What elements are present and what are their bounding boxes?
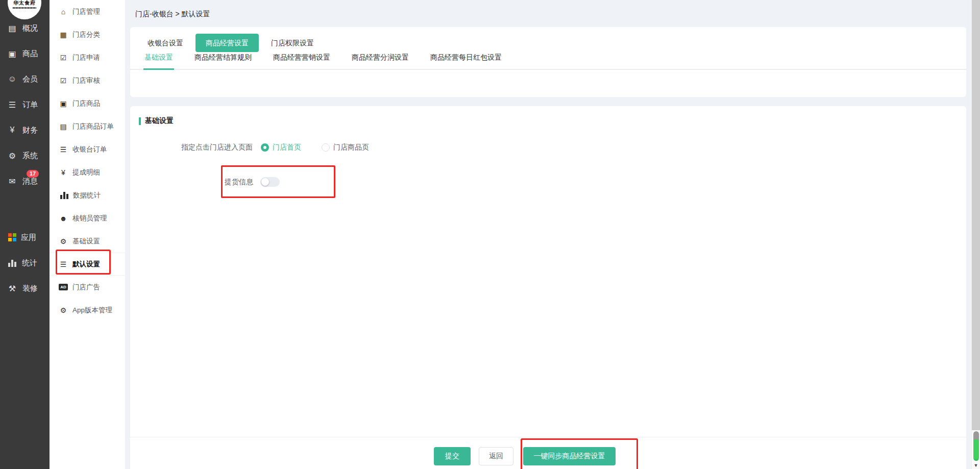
- submenu-item-store-manage[interactable]: ⌂ 门店管理: [50, 0, 125, 23]
- radio-selected-icon[interactable]: [261, 143, 269, 152]
- submenu-item-app-version[interactable]: ⚙ App版本管理: [50, 299, 125, 322]
- main-tabs: 收银台设置 商品经营设置 门店权限设置: [130, 27, 966, 52]
- submenu-item-label: App版本管理: [72, 306, 112, 315]
- main-sidebar: 华太食府 ▤ 概况 ▣ 商品 ☺ 会员 ☰ 订单 ¥ 财务 ⚙ 系统 ✉ 消息: [0, 0, 50, 469]
- logo-subtitle-decoration: [13, 7, 36, 9]
- overview-icon: ▤: [7, 23, 18, 33]
- gear-icon: ⚙: [59, 237, 68, 245]
- toggle-knob: [261, 178, 269, 186]
- footer-divider: [130, 437, 966, 437]
- folder-check-icon: ☑: [59, 77, 68, 85]
- vertical-scrollbar[interactable]: ▼: [971, 0, 980, 469]
- submit-button[interactable]: 提交: [434, 447, 471, 465]
- submenu-item-commission-detail[interactable]: ¥ 提成明细: [50, 161, 125, 184]
- submenu-item-label: 基础设置: [72, 237, 100, 246]
- subtab-profit-sharing-settings[interactable]: 商品经营分润设置: [352, 53, 409, 69]
- member-icon: ☺: [7, 75, 18, 84]
- submenu-item-data-stats[interactable]: 数据统计: [50, 184, 125, 207]
- message-icon: ✉: [7, 177, 18, 186]
- submenu-item-label: 收银台订单: [72, 145, 107, 154]
- sidebar-item-label: 统计: [22, 258, 37, 268]
- sidebar-item-label: 应用: [21, 233, 36, 242]
- chart-icon: [60, 191, 68, 199]
- submenu-item-label: 门店商品订单: [72, 122, 114, 131]
- radio-label: 门店首页: [273, 143, 301, 152]
- store-submenu: ⌂ 门店管理 ▦ 门店分类 ☑ 门店申请 ☑ 门店审核 ▣ 门店商品 ▤ 门店商…: [50, 0, 125, 469]
- radio-store-goods-page[interactable]: 门店商品页: [322, 143, 369, 152]
- finance-icon: ¥: [7, 126, 18, 135]
- category-grid-icon: ▦: [59, 31, 68, 39]
- submenu-item-verifier-manage[interactable]: ☻ 核销员管理: [50, 207, 125, 230]
- sidebar-item-decorate[interactable]: ⚒ 装修: [0, 276, 50, 301]
- person-icon: ☻: [59, 214, 68, 223]
- subtab-basic-settings[interactable]: 基础设置: [144, 53, 173, 69]
- sidebar-spacer: [0, 194, 50, 225]
- system-gear-icon: ⚙: [7, 151, 18, 161]
- tab-store-permission-settings[interactable]: 门店权限设置: [268, 34, 317, 52]
- storefront-icon: ⌂: [59, 8, 68, 16]
- submenu-item-default-settings[interactable]: ☰ 默认设置: [50, 253, 125, 276]
- radio-store-home[interactable]: 门店首页: [261, 143, 301, 152]
- entry-page-label: 指定点击门店进入页面: [181, 143, 253, 152]
- ad-icon: AD: [59, 284, 68, 290]
- sync-goods-settings-button[interactable]: 一键同步商品经营设置: [523, 447, 616, 465]
- sidebar-item-finance[interactable]: ¥ 财务: [0, 117, 50, 143]
- entry-page-radio-group: 门店首页 门店商品页: [261, 143, 369, 152]
- radio-label: 门店商品页: [333, 143, 369, 152]
- section-title: 基础设置: [145, 116, 174, 126]
- submenu-item-store-goods-orders[interactable]: ▤ 门店商品订单: [50, 115, 125, 138]
- pickup-info-label: 提货信息: [225, 178, 253, 187]
- scrollbar-thumb[interactable]: [973, 431, 979, 461]
- scrollbar-track-fill: [972, 0, 980, 430]
- back-button[interactable]: 返回: [479, 447, 513, 465]
- sidebar-item-orders[interactable]: ☰ 订单: [0, 92, 50, 117]
- sidebar-item-label: 消息: [22, 177, 38, 186]
- submenu-item-label: 默认设置: [72, 260, 100, 269]
- submenu-item-label: 门店管理: [72, 7, 100, 16]
- sidebar-item-system[interactable]: ⚙ 系统: [0, 143, 50, 168]
- submenu-item-label: 门店申请: [72, 53, 100, 62]
- submenu-item-label: 数据统计: [73, 191, 101, 200]
- tabs-card: 收银台设置 商品经营设置 门店权限设置 基础设置 商品经营结算规则 商品经营营销…: [130, 27, 966, 97]
- subtab-marketing-settings[interactable]: 商品经营营销设置: [273, 53, 330, 69]
- submenu-item-store-ads[interactable]: AD 门店广告: [50, 276, 125, 299]
- sidebar-item-label: 财务: [22, 126, 38, 135]
- submenu-item-cashier-orders[interactable]: ☰ 收银台订单: [50, 138, 125, 161]
- submenu-item-label: 门店广告: [72, 283, 100, 292]
- submenu-item-store-category[interactable]: ▦ 门店分类: [50, 23, 125, 46]
- tab-goods-operation-settings[interactable]: 商品经营设置: [195, 34, 259, 52]
- radio-unselected-icon[interactable]: [322, 143, 330, 152]
- section-header: 基础设置: [139, 116, 174, 126]
- sidebar-item-label: 会员: [22, 75, 38, 84]
- bag-icon: ▣: [59, 100, 68, 108]
- subtab-settlement-rules[interactable]: 商品经营结算规则: [194, 53, 252, 69]
- submenu-item-label: 核销员管理: [72, 214, 107, 223]
- pickup-info-row: 提货信息: [225, 177, 280, 187]
- scrollbar-down-arrow[interactable]: ▼: [972, 463, 980, 468]
- sidebar-item-goods[interactable]: ▣ 商品: [0, 41, 50, 66]
- submenu-item-store-apply[interactable]: ☑ 门店申请: [50, 46, 125, 69]
- subtab-daily-redpacket-settings[interactable]: 商品经营每日红包设置: [430, 53, 502, 69]
- submenu-item-store-goods[interactable]: ▣ 门店商品: [50, 92, 125, 115]
- sidebar-item-label: 订单: [22, 100, 38, 110]
- sidebar-item-overview[interactable]: ▤ 概况: [0, 15, 50, 41]
- entry-page-row: 指定点击门店进入页面 门店首页 门店商品页: [181, 143, 369, 152]
- logo-text: 华太食府: [8, 0, 41, 7]
- tab-cashier-settings[interactable]: 收银台设置: [144, 34, 186, 52]
- sidebar-item-label: 装修: [22, 284, 38, 293]
- pickup-info-toggle-off[interactable]: [260, 177, 280, 187]
- sidebar-item-label: 商品: [22, 49, 38, 59]
- sidebar-item-messages[interactable]: ✉ 消息 17: [0, 168, 50, 194]
- sidebar-item-members[interactable]: ☺ 会员: [0, 66, 50, 92]
- submenu-item-basic-settings[interactable]: ⚙ 基础设置: [50, 230, 125, 253]
- footer-buttons: 提交 返回 一键同步商品经营设置: [434, 447, 616, 465]
- stats-bars-icon: [8, 259, 17, 267]
- sidebar-item-apps[interactable]: 应用: [0, 225, 50, 250]
- submenu-item-label: 门店审核: [72, 76, 100, 85]
- options-list-icon: ☰: [59, 260, 68, 268]
- section-accent-bar: [139, 117, 141, 125]
- submenu-item-label: 提成明细: [72, 168, 100, 177]
- goods-icon: ▣: [7, 49, 18, 59]
- submenu-item-store-audit[interactable]: ☑ 门店审核: [50, 69, 125, 92]
- sidebar-item-stats[interactable]: 统计: [0, 250, 50, 276]
